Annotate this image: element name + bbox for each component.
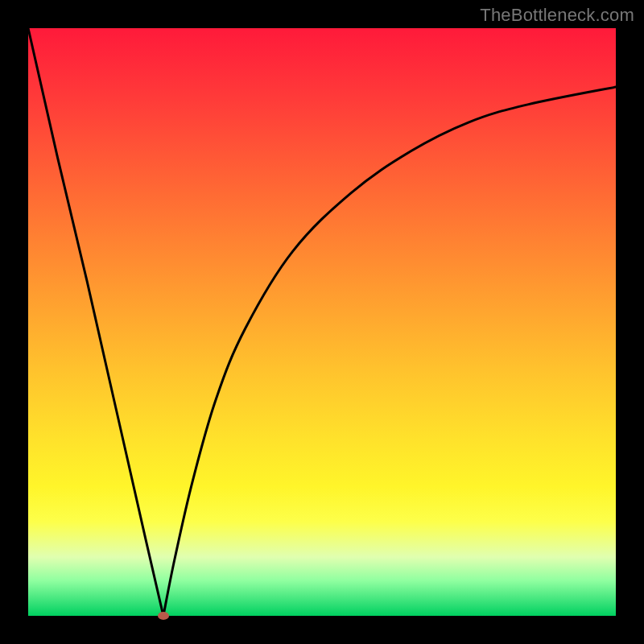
bottleneck-curve: [28, 28, 616, 616]
watermark-text: TheBottleneck.com: [480, 5, 634, 26]
optimum-marker: [158, 612, 169, 620]
curve-path: [28, 28, 616, 616]
plot-area: [28, 28, 616, 616]
chart-frame: TheBottleneck.com: [0, 0, 644, 644]
